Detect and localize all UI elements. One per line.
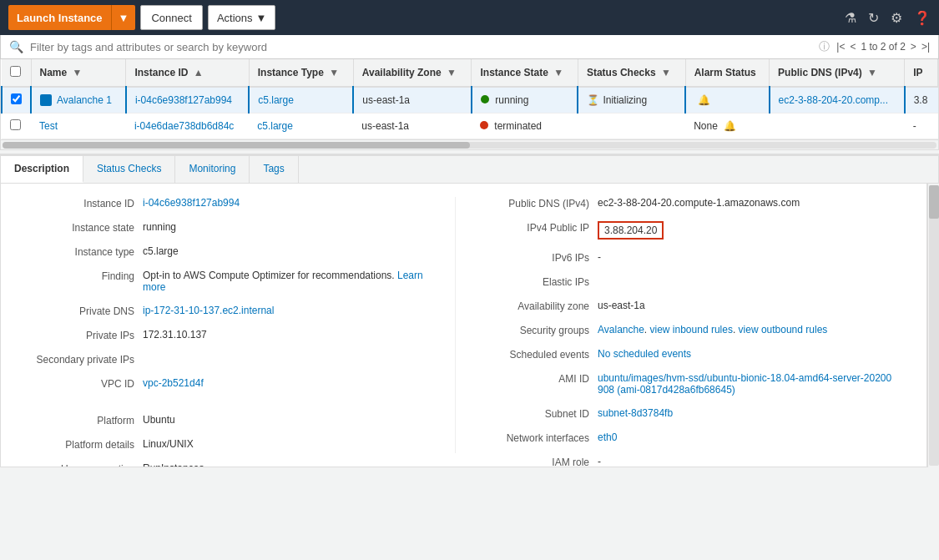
actions-label: Actions [217, 12, 253, 24]
detail-value-link[interactable]: subnet-8d3784fb [598, 407, 673, 420]
gear-icon[interactable]: ⚙ [891, 10, 902, 26]
search-input[interactable] [30, 41, 812, 53]
page-count: 1 to 2 of 2 [861, 41, 905, 53]
sg-inbound-link[interactable]: view inbound rules [650, 324, 733, 335]
row-name: Avalanche 1 [31, 87, 126, 114]
detail-row: Availability zone us-east-1a [472, 300, 893, 312]
row-checkbox-cell[interactable] [2, 87, 31, 114]
table-row[interactable]: Avalanche 1 i-04c6e938f127ab994 c5.large… [2, 87, 938, 114]
row-alarm-status: None 🔔 [685, 114, 769, 139]
tab-tags[interactable]: Tags [250, 156, 298, 183]
scroll-right-track [929, 185, 939, 466]
help-icon[interactable]: ❓ [914, 10, 931, 26]
state-dot [481, 95, 489, 103]
row-status-checks: ⏳Initializing [578, 87, 685, 114]
detail-value: ec2-3-88-204-20.compute-1.amazonaws.com [598, 197, 800, 209]
prev-page-btn[interactable]: < [850, 41, 856, 53]
col-instance-type[interactable]: Instance Type ▼ [249, 59, 353, 87]
detail-row: IAM role - [472, 456, 893, 467]
detail-row: VPC ID vpc-2b521d4f [18, 377, 438, 390]
row-checkbox[interactable] [10, 119, 21, 130]
row-availability-zone: us-east-1a [353, 87, 472, 114]
detail-label: Instance state [18, 221, 134, 234]
detail-value: c5.large [143, 245, 179, 258]
detail-value-link[interactable]: vpc-2b521d4f [143, 377, 204, 390]
col-status-checks[interactable]: Status Checks ▼ [578, 59, 685, 87]
select-all-checkbox[interactable] [10, 66, 21, 77]
detail-row: Instance type c5.large [18, 245, 438, 258]
detail-row: Elastic IPs [472, 275, 893, 288]
col-ip[interactable]: IP [905, 59, 938, 87]
vertical-scrollbar[interactable] [927, 184, 939, 467]
row-public-dns: ec2-3-88-204-20.comp... [770, 87, 905, 114]
detail-label: VPC ID [18, 377, 134, 390]
detail-value: running [143, 221, 176, 234]
select-all-checkbox-col[interactable] [2, 59, 31, 87]
table-row[interactable]: Test i-04e6dae738db6d84c c5.large us-eas… [2, 114, 938, 139]
sg-outbound-link[interactable]: view outbound rules [739, 324, 828, 335]
connect-button[interactable]: Connect [140, 5, 202, 30]
col-instance-state[interactable]: Instance State ▼ [472, 59, 578, 87]
detail-label: Private IPs [18, 329, 134, 341]
launch-instance-dropdown-arrow[interactable]: ▼ [111, 5, 136, 30]
tab-status-checks[interactable]: Status Checks [83, 156, 175, 183]
detail-row: Secondary private IPs [18, 353, 438, 366]
scroll-right-thumb[interactable] [929, 185, 939, 219]
col-instance-id[interactable]: Instance ID ▲ [126, 59, 249, 87]
security-groups-value: Avalanche. view inbound rules. view outb… [598, 324, 827, 336]
detail-label: Subnet ID [472, 407, 589, 420]
instances-table-container: Name ▼ Instance ID ▲ Instance Type ▼ Ava… [0, 59, 939, 140]
scroll-track [3, 142, 936, 149]
search-icon: 🔍 [9, 40, 23, 53]
detail-row: Platform details Linux/UNIX [18, 438, 438, 451]
flask-icon[interactable]: ⚗ [845, 10, 856, 26]
detail-label: Elastic IPs [472, 275, 589, 288]
state-dot [480, 121, 488, 129]
row-checkbox[interactable] [11, 93, 22, 104]
pagination: |< < 1 to 2 of 2 > >| [836, 41, 930, 53]
row-alarm-status: 🔔 [685, 87, 769, 114]
ami-id-link[interactable]: ubuntu/images/hvm-ssd/ubuntu-bionic-18.0… [598, 372, 893, 396]
first-page-btn[interactable]: |< [836, 41, 845, 53]
tab-description[interactable]: Description [1, 156, 83, 183]
row-checkbox-cell[interactable] [2, 114, 31, 139]
detail-value: Ubuntu [143, 414, 175, 426]
detail-label: IAM role [472, 456, 589, 467]
actions-dropdown-arrow: ▼ [256, 12, 267, 24]
learn-more-link[interactable]: Learn more [143, 270, 423, 293]
actions-button[interactable]: Actions ▼ [208, 5, 276, 30]
col-name[interactable]: Name ▼ [31, 59, 126, 87]
row-instance-id: i-04c6e938f127ab994 [126, 87, 249, 114]
detail-label: AMI ID [472, 372, 589, 396]
detail-value: RunInstances [143, 462, 204, 467]
col-availability-zone[interactable]: Availability Zone ▼ [353, 59, 472, 87]
next-page-btn[interactable]: > [911, 41, 916, 53]
row-status-checks [578, 114, 685, 139]
col-public-dns[interactable]: Public DNS (IPv4) ▼ [770, 59, 905, 87]
detail-row: Finding Opt-in to AWS Compute Optimizer … [18, 270, 438, 293]
detail-value: Linux/UNIX [143, 438, 194, 451]
detail-row: Subnet ID subnet-8d3784fb [472, 407, 893, 420]
horizontal-scrollbar[interactable] [0, 140, 939, 150]
detail-row: Instance state running [18, 221, 438, 234]
detail-value: 172.31.10.137 [143, 329, 207, 341]
last-page-btn[interactable]: >| [921, 41, 930, 53]
row-public-dns [770, 114, 905, 139]
col-alarm-status[interactable]: Alarm Status [685, 59, 769, 87]
detail-row: Security groups Avalanche. view inbound … [472, 324, 893, 336]
refresh-icon[interactable]: ↻ [868, 10, 879, 26]
detail-row: Private IPs 172.31.10.137 [18, 329, 438, 341]
tab-monitoring[interactable]: Monitoring [175, 156, 250, 183]
details-right-col: Public DNS (IPv4) ec2-3-88-204-20.comput… [455, 197, 910, 453]
detail-value-link[interactable]: ip-172-31-10-137.ec2.internal [143, 305, 274, 317]
detail-value-link[interactable]: No scheduled events [598, 348, 691, 361]
detail-value-link[interactable]: i-04c6e938f127ab994 [143, 197, 240, 209]
search-help-icon[interactable]: ⓘ [819, 39, 830, 54]
detail-value-link[interactable]: eth0 [598, 431, 617, 444]
details-left-col: Instance ID i-04c6e938f127ab994 Instance… [18, 197, 455, 453]
sg-name-link[interactable]: Avalanche [598, 324, 644, 335]
launch-instance-button[interactable]: Launch Instance ▼ [8, 5, 135, 30]
row-instance-state: terminated [472, 114, 578, 139]
detail-label: IPv4 Public IP [472, 221, 589, 240]
scroll-thumb[interactable] [3, 142, 470, 149]
